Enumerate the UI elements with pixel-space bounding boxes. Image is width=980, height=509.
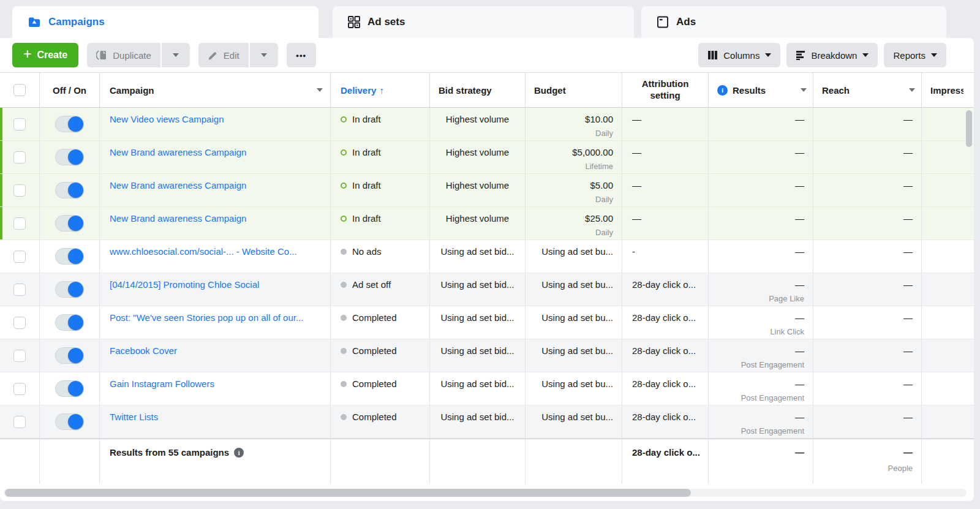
row-toggle-cell <box>40 207 100 239</box>
delivery-cell: In draft <box>331 207 430 239</box>
header-bid-strategy[interactable]: Bid strategy <box>430 73 526 107</box>
header-delivery[interactable]: Delivery ↑ <box>331 73 430 107</box>
campaign-link[interactable]: www.chloesocial.com/social-... - Website… <box>110 246 297 257</box>
row-checkbox[interactable] <box>13 118 26 130</box>
columns-button[interactable]: Columns <box>698 43 780 67</box>
campaign-link[interactable]: Post: "We've seen Stories pop up on all … <box>110 312 303 323</box>
edit-dropdown-button[interactable] <box>250 43 278 67</box>
delivery-status-text: Completed <box>352 412 397 422</box>
bid-strategy-cell: Highest volume <box>430 141 526 173</box>
campaign-on-off-toggle[interactable] <box>55 314 84 331</box>
budget-period: Daily <box>526 195 613 204</box>
budget-value: Using ad set bu... <box>526 246 613 257</box>
campaign-on-off-toggle[interactable] <box>55 182 84 198</box>
row-checkbox[interactable] <box>13 251 26 263</box>
campaign-on-off-toggle[interactable] <box>55 281 84 298</box>
result-type-label: Link Click <box>709 327 804 336</box>
duplicate-dropdown-button[interactable] <box>162 43 190 67</box>
budget-cell: Using ad set bu... <box>526 405 622 438</box>
toggle-knob <box>68 348 83 363</box>
impressions-cell <box>922 339 974 372</box>
horizontal-scrollbar[interactable] <box>4 489 967 497</box>
row-checkbox[interactable] <box>13 284 26 296</box>
campaign-link[interactable]: New Video views Campaign <box>110 114 224 124</box>
row-checkbox[interactable] <box>13 317 26 329</box>
row-select-cell <box>0 207 40 239</box>
summary-reach-value: — <box>813 447 913 458</box>
campaign-on-off-toggle[interactable] <box>55 116 84 132</box>
header-results[interactable]: i Results <box>709 73 813 107</box>
header-impressions[interactable]: Impressions <box>922 73 974 107</box>
duplicate-button[interactable]: Duplicate <box>87 43 160 67</box>
result-value: — <box>709 147 804 157</box>
campaign-link[interactable]: New Brand awareness Campaign <box>110 147 246 157</box>
campaign-on-off-toggle[interactable] <box>55 347 84 364</box>
budget-value: Using ad set bu... <box>526 412 613 422</box>
campaign-link[interactable]: Gain Instagram Followers <box>110 379 214 389</box>
campaign-link[interactable]: New Brand awareness Campaign <box>110 213 246 224</box>
header-campaign[interactable]: Campaign <box>100 73 331 107</box>
vertical-scrollbar-thumb[interactable] <box>966 110 972 147</box>
row-checkbox[interactable] <box>13 383 26 395</box>
table-header: Off / On Campaign Delivery ↑ Bid strateg… <box>0 72 974 108</box>
campaign-on-off-toggle[interactable] <box>55 248 84 265</box>
campaign-link[interactable]: New Brand awareness Campaign <box>110 180 246 190</box>
toggle-knob <box>68 381 83 396</box>
results-cell: — Page Like <box>709 273 813 306</box>
reports-button[interactable]: Reports <box>884 43 946 67</box>
info-icon[interactable]: i <box>234 448 244 458</box>
summary-check-cell <box>0 439 40 484</box>
campaign-on-off-toggle[interactable] <box>55 149 84 165</box>
header-bid-strategy-label: Bid strategy <box>439 85 492 96</box>
bid-strategy-cell: Using ad set bid... <box>430 240 526 273</box>
delivery-status-icon <box>341 282 347 288</box>
campaign-on-off-toggle[interactable] <box>55 380 84 397</box>
impressions-cell <box>922 306 974 339</box>
delivery-cell: No ads <box>331 240 430 273</box>
row-checkbox[interactable] <box>13 350 26 362</box>
campaign-link[interactable]: [04/14/2015] Promoting Chloe Social <box>110 279 259 290</box>
budget-value: $5,000.00 <box>526 147 613 157</box>
delivery-cell: Ad set off <box>331 273 430 306</box>
row-checkbox[interactable] <box>13 416 26 428</box>
delivery-status-text: Completed <box>352 345 397 356</box>
chevron-down-icon <box>931 53 937 57</box>
impressions-cell <box>922 207 974 239</box>
horizontal-scrollbar-thumb[interactable] <box>5 489 691 497</box>
edit-button[interactable]: Edit <box>198 43 249 67</box>
delivery-status-icon <box>341 381 347 387</box>
row-select-cell <box>0 306 40 339</box>
create-button[interactable]: + Create <box>12 43 78 67</box>
tab-ad-sets[interactable]: Ad sets <box>333 6 634 38</box>
breakdown-button[interactable]: Breakdown <box>786 43 878 67</box>
tab-campaigns[interactable]: Campaigns <box>12 6 318 38</box>
header-budget[interactable]: Budget <box>526 73 622 107</box>
toggle-knob <box>68 315 83 330</box>
header-attribution[interactable]: Attribution setting <box>622 73 709 107</box>
summary-reach-label: People <box>813 464 913 473</box>
chevron-down-icon <box>173 53 179 57</box>
campaign-on-off-toggle[interactable] <box>55 215 84 232</box>
tab-ads[interactable]: Ads <box>641 6 946 38</box>
grid-icon <box>347 15 361 29</box>
budget-value: $5.00 <box>526 180 613 190</box>
toolbar: + Create Duplicate Edit <box>0 38 974 72</box>
header-reach[interactable]: Reach <box>813 73 922 107</box>
results-cell: — Post Engagement <box>709 405 813 438</box>
info-icon[interactable]: i <box>717 85 728 96</box>
view-controls: Columns Breakdown Reports <box>698 43 946 67</box>
summary-results-cell: — <box>709 439 813 484</box>
attribution-cell: 28-day click o... <box>622 405 709 438</box>
row-select-cell <box>0 372 40 405</box>
row-checkbox[interactable] <box>13 151 26 164</box>
campaign-link[interactable]: Twitter Lists <box>110 412 158 422</box>
select-all-checkbox[interactable] <box>13 84 26 96</box>
campaign-link[interactable]: Facebook Cover <box>110 345 177 356</box>
campaign-on-off-toggle[interactable] <box>55 413 84 430</box>
summary-row: Results from 55 campaigns i 28-day click… <box>0 439 974 484</box>
row-checkbox[interactable] <box>13 184 26 197</box>
header-campaign-label: Campaign <box>110 85 154 96</box>
row-checkbox[interactable] <box>13 217 26 230</box>
reach-cell: — <box>813 273 922 306</box>
more-actions-button[interactable]: ••• <box>287 43 316 67</box>
